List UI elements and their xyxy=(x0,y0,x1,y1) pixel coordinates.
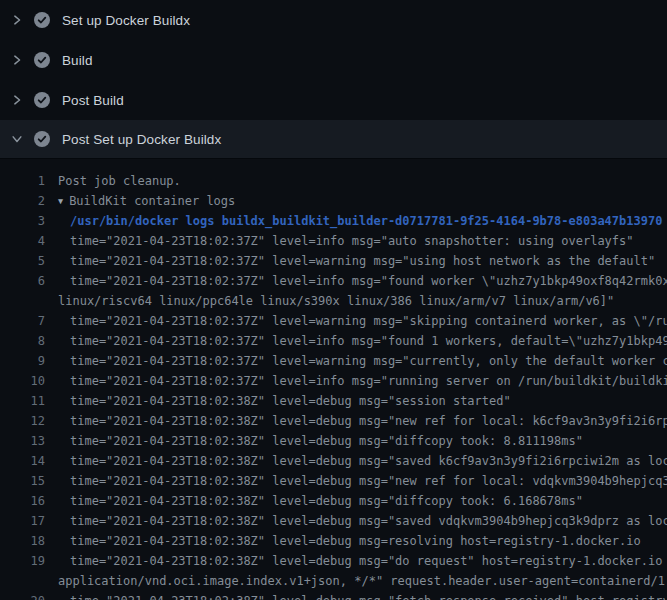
log-line: 9 time="2021-04-23T18:02:37Z" level=warn… xyxy=(0,351,667,371)
line-number[interactable]: 7 xyxy=(0,311,45,331)
collapse-triangle-icon[interactable]: ▼ xyxy=(58,191,63,211)
chevron-right-icon xyxy=(10,13,24,27)
log-line: 20 time="2021-04-23T18:02:38Z" level=deb… xyxy=(0,591,667,600)
log-line-text: time="2021-04-23T18:02:38Z" level=debug … xyxy=(45,511,667,531)
line-number[interactable]: 2 xyxy=(0,191,45,211)
step-title: Post Set up Docker Buildx xyxy=(62,132,221,147)
log-line: 14 time="2021-04-23T18:02:38Z" level=deb… xyxy=(0,451,667,471)
log-line: 8 time="2021-04-23T18:02:37Z" level=info… xyxy=(0,331,667,351)
log-line: 11 time="2021-04-23T18:02:38Z" level=deb… xyxy=(0,391,667,411)
check-circle-icon xyxy=(34,92,50,108)
line-number[interactable]: 20 xyxy=(0,591,45,600)
line-number[interactable]: 4 xyxy=(0,231,45,251)
log-line-text: time="2021-04-23T18:02:37Z" level=info m… xyxy=(45,371,667,391)
log-line-text: Post job cleanup. xyxy=(45,171,181,191)
line-number[interactable]: 15 xyxy=(0,471,45,491)
step-row[interactable]: Build xyxy=(0,40,667,80)
log-line-text: time="2021-04-23T18:02:38Z" level=debug … xyxy=(45,451,667,471)
log-line: 17 time="2021-04-23T18:02:38Z" level=deb… xyxy=(0,511,667,531)
log-line: 1 Post job cleanup. xyxy=(0,171,667,191)
line-number[interactable]: 14 xyxy=(0,451,45,471)
log-line-text: time="2021-04-23T18:02:38Z" level=debug … xyxy=(45,391,511,411)
line-number[interactable]: 18 xyxy=(0,531,45,551)
log-line-text: time="2021-04-23T18:02:38Z" level=debug … xyxy=(45,531,641,551)
log-line: 13 time="2021-04-23T18:02:38Z" level=deb… xyxy=(0,431,667,451)
log-line: 4 time="2021-04-23T18:02:37Z" level=info… xyxy=(0,231,667,251)
step-row[interactable]: Post Set up Docker Buildx xyxy=(0,120,667,159)
log-line: 6 time="2021-04-23T18:02:37Z" level=info… xyxy=(0,271,667,291)
log-line-text: /usr/bin/docker logs buildx_buildkit_bui… xyxy=(45,211,662,231)
log-line: application/vnd.oci.image.index.v1+json,… xyxy=(0,571,667,591)
log-line: 12 time="2021-04-23T18:02:38Z" level=deb… xyxy=(0,411,667,431)
log-line-text: time="2021-04-23T18:02:38Z" level=debug … xyxy=(45,551,667,571)
line-number[interactable]: 3 xyxy=(0,211,45,231)
log-line-text: time="2021-04-23T18:02:38Z" level=debug … xyxy=(45,471,667,491)
line-number[interactable]: 9 xyxy=(0,351,45,371)
line-number xyxy=(0,291,45,311)
log-line: 10 time="2021-04-23T18:02:37Z" level=inf… xyxy=(0,371,667,391)
log-line-text: time="2021-04-23T18:02:38Z" level=debug … xyxy=(45,491,583,511)
line-number[interactable]: 19 xyxy=(0,551,45,571)
line-number[interactable]: 12 xyxy=(0,411,45,431)
log-line: 2 ▼BuildKit container logs xyxy=(0,191,667,211)
line-number[interactable]: 8 xyxy=(0,331,45,351)
log-line-text: time="2021-04-23T18:02:37Z" level=info m… xyxy=(45,231,634,251)
check-circle-icon xyxy=(34,12,50,28)
chevron-right-icon xyxy=(10,53,24,67)
step-list: Set up Docker Buildx Build Post Buil xyxy=(0,0,667,159)
check-circle-icon xyxy=(34,131,50,147)
log-line-text: time="2021-04-23T18:02:38Z" level=debug … xyxy=(45,431,583,451)
line-number[interactable]: 17 xyxy=(0,511,45,531)
log-line-text: time="2021-04-23T18:02:37Z" level=info m… xyxy=(45,271,667,291)
log-line: 15 time="2021-04-23T18:02:38Z" level=deb… xyxy=(0,471,667,491)
log-line: 18 time="2021-04-23T18:02:38Z" level=deb… xyxy=(0,531,667,551)
log-line: linux/riscv64 linux/ppc64le linux/s390x … xyxy=(0,291,667,311)
line-number[interactable]: 6 xyxy=(0,271,45,291)
line-number[interactable]: 11 xyxy=(0,391,45,411)
chevron-down-icon xyxy=(10,132,24,146)
log-line-text: ▼BuildKit container logs xyxy=(45,191,235,211)
chevron-right-icon xyxy=(10,93,24,107)
line-number[interactable]: 5 xyxy=(0,251,45,271)
log-line: 16 time="2021-04-23T18:02:38Z" level=deb… xyxy=(0,491,667,511)
group-title[interactable]: BuildKit container logs xyxy=(69,194,235,208)
step-row[interactable]: Post Build xyxy=(0,80,667,120)
step-title: Set up Docker Buildx xyxy=(62,13,190,28)
line-number[interactable]: 1 xyxy=(0,171,45,191)
log-line-text: time="2021-04-23T18:02:37Z" level=warnin… xyxy=(45,351,667,371)
log-line: 7 time="2021-04-23T18:02:37Z" level=warn… xyxy=(0,311,667,331)
actions-log-viewer: Set up Docker Buildx Build Post Buil xyxy=(0,0,667,600)
log-line-text: time="2021-04-23T18:02:37Z" level=info m… xyxy=(45,331,667,351)
step-title: Build xyxy=(62,53,93,68)
log-line-text: time="2021-04-23T18:02:37Z" level=warnin… xyxy=(45,311,667,331)
log-line-text: time="2021-04-23T18:02:38Z" level=debug … xyxy=(45,591,667,600)
log-line-text: time="2021-04-23T18:02:37Z" level=warnin… xyxy=(45,251,655,271)
log-area: 1 Post job cleanup. 2 ▼BuildKit containe… xyxy=(0,159,667,600)
log-line-text: application/vnd.oci.image.index.v1+json,… xyxy=(45,571,667,591)
log-line: 5 time="2021-04-23T18:02:37Z" level=warn… xyxy=(0,251,667,271)
line-number[interactable]: 16 xyxy=(0,491,45,511)
step-row[interactable]: Set up Docker Buildx xyxy=(0,0,667,40)
line-number[interactable]: 13 xyxy=(0,431,45,451)
log-line: 3 /usr/bin/docker logs buildx_buildkit_b… xyxy=(0,211,667,231)
step-title: Post Build xyxy=(62,93,124,108)
log-line-text: linux/riscv64 linux/ppc64le linux/s390x … xyxy=(45,291,614,311)
check-circle-icon xyxy=(34,52,50,68)
log-line: 19 time="2021-04-23T18:02:38Z" level=deb… xyxy=(0,551,667,571)
line-number[interactable]: 10 xyxy=(0,371,45,391)
log-line-text: time="2021-04-23T18:02:38Z" level=debug … xyxy=(45,411,667,431)
line-number xyxy=(0,571,45,591)
